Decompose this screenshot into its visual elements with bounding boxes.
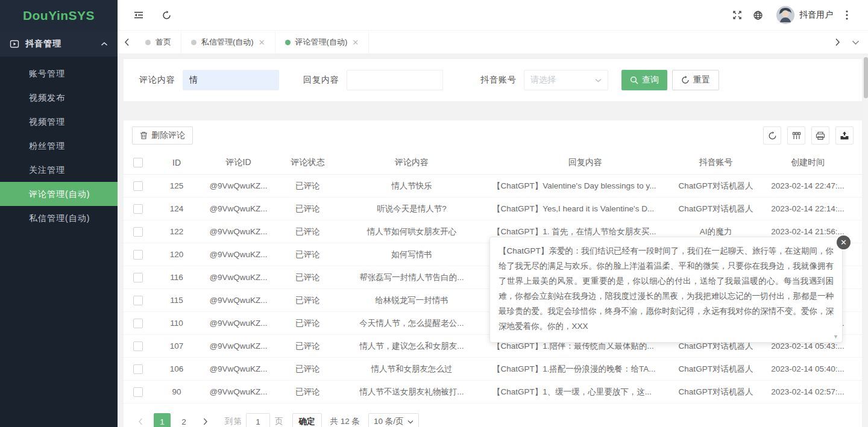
export-icon[interactable] <box>835 126 854 145</box>
reset-button[interactable]: 重置 <box>672 70 719 90</box>
row-checkbox[interactable] <box>133 204 143 214</box>
header-reply-content: 回复内容 <box>484 157 678 168</box>
user-avatar[interactable] <box>776 6 794 24</box>
app-logo: DouYinSYS <box>0 0 118 31</box>
refresh-page-icon[interactable] <box>156 5 177 25</box>
cell-comment-content[interactable]: 情人节和女朋友怎么过 <box>339 364 484 375</box>
cell-comment-content[interactable]: 情人节，建议怎么和女朋友... <box>339 341 484 352</box>
cell-comment-content[interactable]: 帮张磊写一封情人节告白的... <box>339 272 484 283</box>
cell-comment-id: @9VwQwuKZ... <box>201 387 276 396</box>
page-size-select[interactable]: 10 条/页 <box>368 413 419 427</box>
username-label[interactable]: 抖音用户 <box>799 10 833 20</box>
reply-filter-input[interactable] <box>347 70 443 90</box>
cell-created-time: 2023-02-14 21:56:... <box>753 227 862 236</box>
fullscreen-icon[interactable] <box>727 5 747 25</box>
tabs-menu-chevron-down-icon[interactable] <box>846 40 864 45</box>
table-columns-icon[interactable] <box>787 126 805 145</box>
row-checkbox[interactable] <box>133 273 143 282</box>
header-id: ID <box>153 158 201 167</box>
goto-page-input[interactable] <box>246 413 270 427</box>
cell-comment-content[interactable]: 今天情人节，怎么提醒老公... <box>339 318 484 329</box>
table-toolbar: 删除评论 <box>124 120 862 151</box>
cell-reply-content[interactable]: 【ChatGPT】1. 首先，在情人节给女朋友买... <box>484 226 678 237</box>
sidebar-item-link[interactable]: 视频管理 <box>0 110 118 134</box>
page-prev-icon[interactable] <box>132 413 149 427</box>
more-menu-icon[interactable] <box>837 5 857 25</box>
goto-confirm-button[interactable]: 确定 <box>292 413 322 427</box>
tabs-container: 首页私信管理(自动)✕评论管理(自动)✕ <box>136 31 828 54</box>
cell-comment-status: 已评论 <box>276 318 339 329</box>
tab-close-icon[interactable]: ✕ <box>259 38 265 47</box>
row-checkbox[interactable] <box>133 364 143 374</box>
cell-reply-content[interactable]: 【ChatGPT】Yes,I heard it is Valentine's D… <box>484 204 678 214</box>
cell-comment-id: @9VwQwuKZ... <box>201 273 276 282</box>
pagination: 12 到第 页 确定 共 12 条 10 条/页 <box>124 404 862 427</box>
search-button-label: 查询 <box>642 75 659 86</box>
header-created-time: 创建时间 <box>753 157 862 168</box>
cell-created-time: 2023-02-14 22:47:... <box>753 181 862 190</box>
tab-close-icon[interactable]: ✕ <box>352 38 359 47</box>
cell-reply-content[interactable]: 【ChatGPT】1、缓一缓，心里要放下，这... <box>484 387 678 397</box>
tab-item[interactable]: 私信管理(自动)✕ <box>181 31 275 54</box>
cell-reply-content[interactable]: 【ChatGPT】1.搭配一份浪漫的晚餐：给TA... <box>484 364 678 375</box>
search-button[interactable]: 查询 <box>621 70 667 90</box>
cell-comment-content[interactable]: 听说今天是情人节? <box>339 204 484 214</box>
table-row: 125@9VwQwuKZ...已评论情人节快乐【ChatGPT】Valentin… <box>124 175 862 198</box>
tab-status-dot <box>191 40 197 45</box>
cell-created-time: 2023-02-14 05:43:... <box>753 341 862 351</box>
page-number-1[interactable]: 1 <box>154 413 171 427</box>
table-header-row: ID 评论ID 评论状态 评论内容 回复内容 抖音账号 创建时间 <box>124 151 862 175</box>
cell-comment-status: 已评论 <box>276 364 339 375</box>
tab-item[interactable]: 首页 <box>136 31 181 54</box>
cell-created-time: 2023-02-14 02:57:... <box>753 387 862 396</box>
cell-comment-content[interactable]: 情人节不送女朋友礼物被打... <box>339 387 484 397</box>
tab-bar: 首页私信管理(自动)✕评论管理(自动)✕ <box>118 30 868 54</box>
page-next-icon[interactable] <box>197 413 214 427</box>
cell-comment-id: @9VwQwuKZ... <box>201 181 276 190</box>
row-checkbox[interactable] <box>133 250 143 260</box>
close-icon[interactable]: ✕ <box>837 235 851 249</box>
sidebar-item-link[interactable]: 粉丝管理 <box>0 134 118 158</box>
tab-item[interactable]: 评论管理(自动)✕ <box>275 31 370 54</box>
sidebar-item-link[interactable]: 私信管理(自动) <box>0 206 118 230</box>
cell-comment-content[interactable]: 如何写情书 <box>339 249 484 260</box>
cell-reply-content[interactable]: 【ChatGPT】Valentine's Day blessings to y.… <box>484 181 678 192</box>
account-select[interactable]: 请选择 <box>524 70 608 90</box>
row-checkbox[interactable] <box>133 319 143 328</box>
sidebar-group-douyin[interactable]: 抖音管理 <box>0 31 118 57</box>
tab-label: 私信管理(自动) <box>201 37 254 48</box>
video-play-icon <box>10 39 19 49</box>
comment-filter-input[interactable] <box>183 70 279 90</box>
tab-label: 首页 <box>156 37 171 48</box>
row-checkbox[interactable] <box>133 341 143 351</box>
print-icon[interactable] <box>811 126 829 145</box>
cell-comment-content[interactable]: 给林锐龙写一封情书 <box>339 295 484 306</box>
row-checkbox[interactable] <box>133 387 143 397</box>
reply-tooltip-popup: 【ChatGPT】亲爱的：我们结识已经有一段时间了，我们在一起聊天、旅行等，在这… <box>489 237 843 343</box>
tabs-scroll-right-icon[interactable] <box>828 38 846 46</box>
language-globe-icon[interactable] <box>747 5 768 25</box>
sidebar-item-active[interactable]: 评论管理(自动) <box>0 182 118 206</box>
sidebar-item-link[interactable]: 账号管理 <box>0 61 118 86</box>
page-number-2[interactable]: 2 <box>175 413 192 427</box>
select-all-checkbox[interactable] <box>133 158 143 167</box>
tabs-scroll-left-icon[interactable] <box>118 38 136 46</box>
page-unit-label: 页 <box>275 416 284 427</box>
chevron-up-icon <box>101 42 108 46</box>
collapse-sidebar-icon[interactable] <box>128 5 149 25</box>
scrollbar-thumb[interactable] <box>864 57 868 98</box>
cell-comment-content[interactable]: 情人节如何哄女朋友开心 <box>339 226 484 237</box>
cell-comment-id: @9VwQwuKZ... <box>201 227 276 236</box>
row-checkbox[interactable] <box>133 181 143 191</box>
sidebar-item-link[interactable]: 关注管理 <box>0 158 118 182</box>
delete-comments-button[interactable]: 删除评论 <box>132 126 193 145</box>
cell-comment-content[interactable]: 情人节快乐 <box>339 181 484 192</box>
cell-douyin-account: ChatGPT对话机器人 <box>678 387 753 397</box>
vertical-scrollbar[interactable] <box>864 54 868 427</box>
delete-comments-label: 删除评论 <box>151 130 185 141</box>
row-checkbox[interactable] <box>133 296 143 305</box>
table-row: 124@9VwQwuKZ...已评论听说今天是情人节?【ChatGPT】Yes,… <box>124 198 862 220</box>
table-refresh-icon[interactable] <box>763 126 781 145</box>
row-checkbox[interactable] <box>133 227 143 237</box>
sidebar-item-link[interactable]: 视频发布 <box>0 86 118 110</box>
